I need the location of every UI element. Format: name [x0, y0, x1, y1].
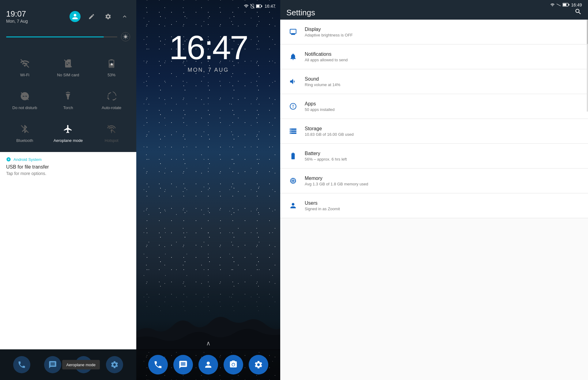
settings-memory-text: Memory Avg 1.3 GB of 1.8 GB memory used — [300, 176, 582, 186]
lock-status-icons — [244, 4, 262, 9]
notif-app-row: Android System — [6, 157, 130, 162]
toggle-rotate-label: Auto-rotate — [102, 105, 121, 110]
lock-dock-camera[interactable] — [224, 355, 243, 374]
toggle-aeroplane[interactable]: Aeroplane mode — [47, 116, 90, 149]
storage-icon — [286, 124, 300, 138]
settings-search-button[interactable] — [575, 8, 582, 17]
toggle-battery-label: 53% — [107, 73, 115, 77]
notif-title: USB for file transfer — [6, 164, 130, 170]
notif-edit-button[interactable] — [86, 11, 97, 22]
lock-dock-settings[interactable] — [249, 355, 268, 374]
notif-dock: Aeroplane mode — [0, 349, 136, 380]
toggle-sim[interactable]: No SIM card — [47, 51, 90, 83]
dock-phone-button[interactable] — [13, 356, 30, 373]
notif-time: 19:07 — [6, 9, 28, 19]
settings-users-text: Users Signed in as Zoomit — [300, 200, 582, 211]
toggle-aeroplane-label: Aeroplane mode — [54, 138, 83, 143]
lock-date: MON, 7 AUG — [136, 67, 280, 73]
battery-settings-icon — [286, 149, 300, 163]
settings-apps-subtitle: 50 apps installed — [305, 107, 582, 112]
settings-users-title: Users — [305, 200, 582, 206]
settings-notifications-subtitle: All apps allowed to send — [305, 58, 582, 62]
settings-sound-text: Sound Ring volume at 14% — [300, 76, 582, 87]
lock-time-big: 16:47 — [136, 31, 280, 64]
settings-display-title: Display — [305, 27, 582, 32]
lock-swipe-hint: ∧ — [206, 340, 211, 347]
bluetooth-icon — [18, 122, 32, 136]
lock-dock — [136, 349, 280, 380]
brightness-row — [0, 26, 136, 48]
settings-apps-title: Apps — [305, 101, 582, 107]
apps-icon — [286, 100, 300, 113]
settings-item-users[interactable]: Users Signed in as Zoomit — [280, 193, 588, 218]
toggle-battery[interactable]: 53% — [90, 51, 133, 83]
lock-dock-phone[interactable] — [148, 355, 168, 374]
lock-status-time: 16:47 — [265, 4, 275, 9]
toggle-wifi-label: Wi-Fi — [20, 73, 29, 77]
settings-item-display[interactable]: Display Adaptive brightness is OFF — [280, 20, 588, 44]
battery-icon — [105, 57, 118, 70]
torch-icon — [61, 89, 75, 103]
lock-status-bar: 16:47 — [136, 0, 280, 12]
aeroplane-toast: Aeroplane mode — [62, 360, 100, 370]
toggle-dnd[interactable]: Do not disturb — [3, 83, 47, 116]
dock-settings-button[interactable] — [106, 356, 123, 373]
settings-item-battery[interactable]: Battery 56% – approx. 6 hrs left — [280, 144, 588, 169]
svg-rect-13 — [261, 6, 262, 7]
notifications-icon — [286, 50, 300, 63]
lock-time-display: 16:47 MON, 7 AUG — [136, 31, 280, 73]
settings-title-row: Settings — [286, 8, 582, 17]
notif-collapse-button[interactable] — [119, 11, 130, 22]
settings-apps-text: Apps 50 apps installed — [300, 101, 582, 112]
settings-item-memory[interactable]: Memory Avg 1.3 GB of 1.8 GB memory used — [280, 169, 588, 193]
settings-display-text: Display Adaptive brightness is OFF — [300, 27, 582, 37]
settings-battery-icon — [563, 3, 569, 7]
brightness-icon[interactable] — [121, 32, 130, 41]
settings-sound-subtitle: Ring volume at 14% — [305, 82, 582, 87]
lock-dock-message[interactable] — [173, 355, 193, 374]
settings-item-storage[interactable]: Storage 10.83 GB of 16.00 GB used — [280, 119, 588, 144]
lock-dock-contacts[interactable] — [198, 355, 218, 374]
dock-message-button[interactable] — [44, 356, 61, 373]
toggle-dnd-label: Do not disturb — [12, 105, 37, 110]
rotate-icon — [105, 89, 118, 103]
sound-icon — [286, 75, 300, 88]
settings-status-bar: 16:49 — [286, 2, 582, 7]
svg-rect-18 — [563, 4, 566, 6]
notification-card[interactable]: Android System USB for file transfer Tap… — [0, 152, 136, 349]
lock-wifi-icon — [244, 4, 249, 9]
notif-header: 19:07 Mon, 7 Aug — [0, 0, 136, 26]
toggle-bluetooth[interactable]: Bluetooth — [3, 116, 47, 149]
svg-rect-17 — [568, 4, 569, 6]
settings-scrollbar-thumb[interactable] — [587, 20, 588, 44]
settings-item-sound[interactable]: Sound Ring volume at 14% — [280, 69, 588, 94]
settings-display-subtitle: Adaptive brightness is OFF — [305, 33, 582, 37]
settings-title: Settings — [286, 8, 315, 17]
svg-rect-14 — [256, 5, 259, 7]
settings-notifications-text: Notifications All apps allowed to send — [300, 51, 582, 62]
notif-app-name: Android System — [13, 157, 42, 162]
notification-panel: 19:07 Mon, 7 Aug — [0, 0, 136, 380]
settings-item-apps[interactable]: Apps 50 apps installed — [280, 94, 588, 119]
quick-toggles: Wi-Fi No SIM card 53% — [0, 48, 136, 152]
settings-item-notifications[interactable]: Notifications All apps allowed to send — [280, 44, 588, 69]
settings-battery-subtitle: 56% – approx. 6 hrs left — [305, 157, 582, 162]
toggle-hotspot[interactable]: Hotspot — [90, 116, 133, 149]
notif-settings-button[interactable] — [103, 11, 114, 22]
display-icon — [286, 25, 300, 39]
settings-status-time: 16:49 — [571, 2, 582, 7]
users-icon — [286, 199, 300, 212]
settings-scrollbar-track[interactable] — [587, 20, 588, 112]
settings-memory-title: Memory — [305, 176, 582, 181]
brightness-slider[interactable] — [6, 36, 117, 37]
lock-signal-icon — [250, 4, 255, 9]
toggle-wifi[interactable]: Wi-Fi — [3, 51, 47, 83]
notif-header-icons — [70, 11, 130, 22]
toggle-rotate[interactable]: Auto-rotate — [90, 83, 133, 116]
notif-body: Tap for more options. — [6, 171, 130, 176]
settings-panel: 16:49 Settings Display Adaptive brightne… — [280, 0, 588, 380]
settings-storage-text: Storage 10.83 GB of 16.00 GB used — [300, 126, 582, 137]
toggle-torch[interactable]: Torch — [47, 83, 90, 116]
notif-date: Mon, 7 Aug — [6, 19, 28, 24]
notif-avatar-button[interactable] — [70, 11, 81, 22]
